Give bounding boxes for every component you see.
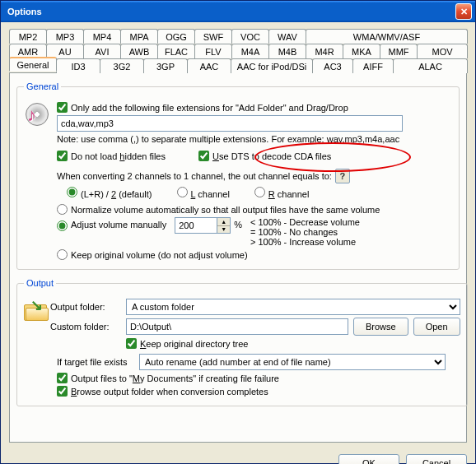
ok-button[interactable]: OK (338, 454, 399, 464)
channel-help-button[interactable]: ? (335, 169, 350, 183)
tab-swf[interactable]: SWF (194, 29, 232, 44)
use-dts-checkbox[interactable] (198, 151, 209, 161)
titlebar[interactable]: Options ✕ (1, 1, 475, 22)
browse-after-label: Browse output folder when conversion com… (71, 387, 268, 397)
tab-mpa[interactable]: MPA (120, 29, 158, 44)
channel-row-label: When converting 2 channels to 1 channel,… (57, 171, 332, 181)
custom-folder-label: Custom folder: (50, 322, 126, 332)
volume-input[interactable] (175, 217, 217, 234)
keep-tree-label: Keep original directory tree (140, 339, 248, 349)
extensions-input[interactable] (57, 115, 403, 132)
channel-l-radio[interactable] (177, 187, 188, 197)
output-legend: Output (24, 278, 56, 288)
window-title: Options (4, 7, 455, 16)
tab-flv[interactable]: FLV (194, 44, 232, 58)
cancel-button[interactable]: Cancel (406, 454, 467, 464)
open-button[interactable]: Open (413, 318, 460, 336)
tab-mov[interactable]: MOV (417, 44, 468, 58)
tab-3gp[interactable]: 3GP (143, 58, 188, 73)
adjust-volume-radio[interactable] (57, 220, 68, 231)
tab-ac3[interactable]: AC3 (312, 58, 353, 73)
keep-volume-label: Keep original volume (do not adjust volu… (71, 250, 248, 260)
only-add-extensions-checkbox[interactable] (57, 102, 68, 113)
tab-ogg[interactable]: OGG (157, 29, 195, 44)
tab-mka[interactable]: MKA (343, 44, 380, 58)
channel-r-option[interactable]: R channel (254, 187, 310, 199)
target-exists-select[interactable]: Auto rename (add number at end of file n… (139, 354, 446, 370)
tab-m4a[interactable]: M4A (231, 44, 269, 58)
tab-aac-ipod[interactable]: AAC for iPod/DSi (231, 58, 313, 73)
tab-content-general: General ♪ Only add the following file ex… (9, 72, 467, 443)
tab-mp4[interactable]: MP4 (83, 29, 121, 44)
volume-up-button[interactable]: ▲ (217, 218, 230, 226)
volume-hints: < 100% - Decrease volume = 100% - No cha… (250, 217, 360, 247)
mydocs-fallback-checkbox[interactable] (57, 373, 68, 383)
tab-aiff[interactable]: AIFF (352, 58, 394, 73)
browse-after-checkbox[interactable] (57, 386, 68, 397)
browse-button[interactable]: Browse (353, 318, 408, 336)
adjust-volume-label: Adjust volume manually (71, 220, 166, 230)
target-exists-label: If target file exists (57, 357, 139, 367)
tab-awb[interactable]: AWB (120, 44, 158, 58)
folder-arrow-icon: ↘ (24, 298, 50, 324)
normalize-volume-label: Normalize volume automatically so that a… (71, 205, 380, 215)
volume-down-button[interactable]: ▼ (217, 226, 230, 234)
channel-lr-radio[interactable] (67, 187, 77, 197)
tab-mp3[interactable]: MP3 (46, 29, 84, 44)
general-fieldset: General ♪ Only add the following file ex… (16, 81, 460, 270)
output-folder-label: Output folder: (50, 302, 126, 312)
tab-m4b[interactable]: M4B (268, 44, 306, 58)
options-dialog: Options ✕ MP2 MP3 MP4 MPA OGG SWF VOC WA… (0, 0, 476, 464)
normalize-volume-radio[interactable] (57, 204, 68, 215)
channel-r-radio[interactable] (254, 187, 265, 197)
custom-folder-input[interactable] (126, 318, 348, 335)
tab-wav[interactable]: WAV (268, 29, 306, 44)
tab-mmf[interactable]: MMF (380, 44, 418, 58)
tab-m4r[interactable]: M4R (306, 44, 343, 58)
tab-alac[interactable]: ALAC (393, 58, 468, 73)
volume-percent: % (234, 220, 242, 230)
tab-voc[interactable]: VOC (231, 29, 269, 44)
output-fieldset: Output ↘ Output folder: A custom folder … (16, 278, 468, 406)
tab-3g2[interactable]: 3G2 (100, 58, 144, 73)
channel-l-option[interactable]: L channel (177, 187, 230, 199)
tab-mp2[interactable]: MP2 (9, 29, 47, 44)
keep-tree-checkbox[interactable] (126, 338, 137, 349)
tab-avi[interactable]: AVI (83, 44, 121, 58)
tab-id3[interactable]: ID3 (56, 58, 100, 73)
keep-volume-radio[interactable] (57, 249, 68, 260)
tabstrip: MP2 MP3 MP4 MPA OGG SWF VOC WAV WMA/WMV/… (9, 29, 467, 443)
tab-flac[interactable]: FLAC (157, 44, 195, 58)
music-note-icon: ♪ (24, 101, 50, 128)
volume-spinner: ▲▼ (175, 217, 231, 234)
dialog-footer: OK Cancel (1, 448, 475, 464)
tab-general[interactable]: General (9, 57, 57, 72)
no-hidden-label: Do not load hidden files (71, 151, 166, 161)
general-legend: General (24, 81, 61, 91)
only-add-extensions-label: Only add the following file extensions f… (71, 103, 348, 113)
tab-aac[interactable]: AAC (187, 58, 231, 73)
output-folder-select[interactable]: A custom folder (126, 299, 460, 315)
channel-lr-option[interactable]: (L+R) / 2 (default) (67, 187, 152, 199)
tab-wma[interactable]: WMA/WMV/ASF (306, 29, 468, 44)
use-dts-label: Use DTS to decode CDA files (212, 151, 331, 161)
mydocs-fallback-label: Output files to "My Documents" if creati… (71, 374, 279, 383)
extensions-note: Note: use comma (,) to separate multiple… (57, 134, 452, 144)
close-button[interactable]: ✕ (455, 3, 472, 20)
no-hidden-checkbox[interactable] (57, 151, 68, 161)
close-icon: ✕ (460, 7, 468, 17)
